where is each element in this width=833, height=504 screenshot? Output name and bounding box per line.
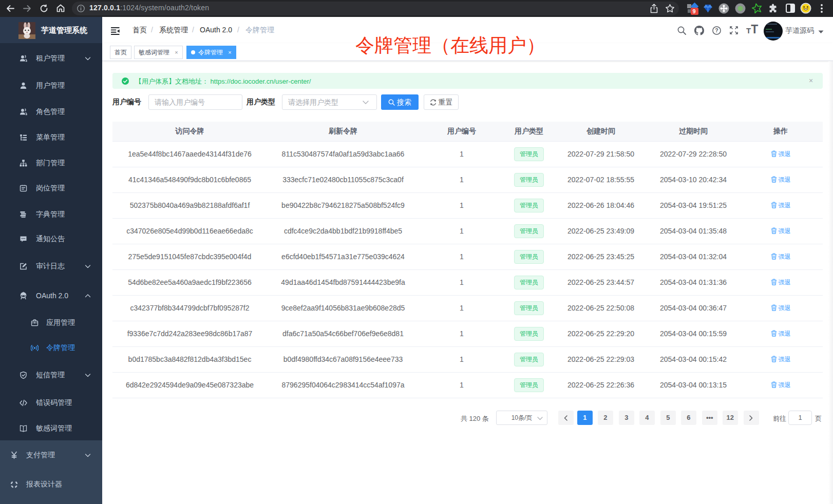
svg-text:?: ?: [715, 27, 718, 33]
